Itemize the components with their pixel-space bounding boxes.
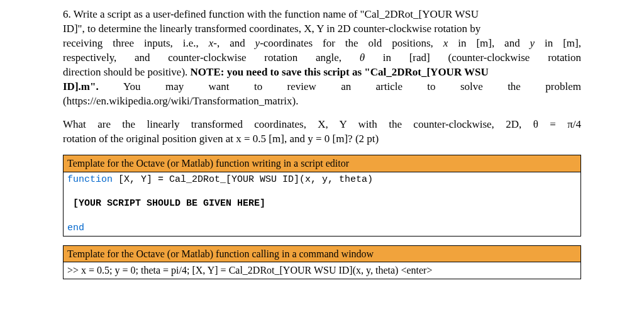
problem-line-3: receiving three inputs, i.e., x-, and y-… [63, 36, 581, 51]
keyword-end: end [67, 223, 84, 233]
template-header: Template for the Octave (or Matlab) func… [64, 246, 580, 263]
text: may [165, 80, 184, 94]
note-text: NOTE: you need to save this script as "C… [191, 66, 489, 78]
question-line-1: What are the linearly transformed coordi… [63, 118, 581, 132]
var-x: x [236, 133, 242, 145]
blank-line [67, 186, 577, 198]
text: problem [545, 80, 581, 94]
text: the [508, 80, 521, 94]
var-theta: θ [360, 52, 365, 64]
text: solve [460, 80, 483, 94]
text: in [m], and [448, 37, 530, 49]
template-command-window: Template for the Octave (or Matlab) func… [63, 245, 581, 279]
note-text-end: ID].m". [63, 80, 99, 94]
code-placeholder: [YOUR SCRIPT SHOULD BE GIVEN HERE] [67, 198, 577, 210]
problem-line-7: (https://en.wikipedia.org/wiki/Transform… [63, 94, 581, 109]
text: rotation of the original position given … [63, 133, 236, 145]
text: in [rad] (counter-clockwise rotation [365, 52, 581, 64]
template-body: function [X, Y] = Cal_2DRot_[YOUR WSU ID… [64, 172, 580, 236]
question-line-2: rotation of the original position given … [63, 132, 581, 147]
text: an [341, 80, 351, 94]
text: -coordinates for the old positions, [260, 37, 443, 49]
text: You [123, 80, 141, 94]
code-text: [X, Y] = Cal_2DRot_[YOUR WSU ID](x, y, t… [113, 174, 373, 185]
text: to [427, 80, 435, 94]
problem-line-4: respectively, and counter-clockwise rota… [63, 51, 581, 65]
template-script-editor: Template for the Octave (or Matlab) func… [63, 155, 581, 236]
code-line-function: function [X, Y] = Cal_2DRot_[YOUR WSU ID… [67, 174, 577, 186]
command-call: >> x = 0.5; y = 0; theta = pi/4; [X, Y] … [64, 262, 580, 279]
var-y: y [308, 133, 313, 145]
text: receiving three inputs, i.e., [63, 37, 209, 49]
text: What are the linearly transformed coordi… [63, 118, 533, 130]
question-text: What are the linearly transformed coordi… [63, 118, 581, 147]
var-theta: θ [533, 118, 538, 130]
problem-line-5: direction should be positive). NOTE: you… [63, 65, 581, 80]
text: -, and [213, 37, 255, 49]
text: respectively, and counter-clockwise rota… [63, 52, 360, 64]
text: want [209, 80, 230, 94]
keyword-function: function [67, 174, 113, 185]
text: in [m], [535, 37, 581, 49]
template-header: Template for the Octave (or Matlab) func… [64, 155, 580, 172]
code-line-end: end [67, 222, 577, 235]
text: direction should be positive). [63, 66, 191, 78]
text: = 0 [m]? (2 pt) [313, 133, 379, 145]
text: article [376, 80, 402, 94]
text: = 0.5 [m], and [242, 133, 308, 145]
blank-line [67, 211, 577, 222]
problem-line-1: 6. Write a script as a user-defined func… [63, 8, 581, 22]
problem-line-2: ID]", to determine the linearly transfor… [63, 22, 581, 36]
var-y: y [530, 37, 535, 49]
text: review [287, 80, 316, 94]
problem-line-6: ID].m". You may want to review an articl… [63, 80, 581, 94]
text: = π/4 [538, 118, 581, 130]
problem-statement: 6. Write a script as a user-defined func… [63, 8, 581, 109]
text: to [254, 80, 262, 94]
